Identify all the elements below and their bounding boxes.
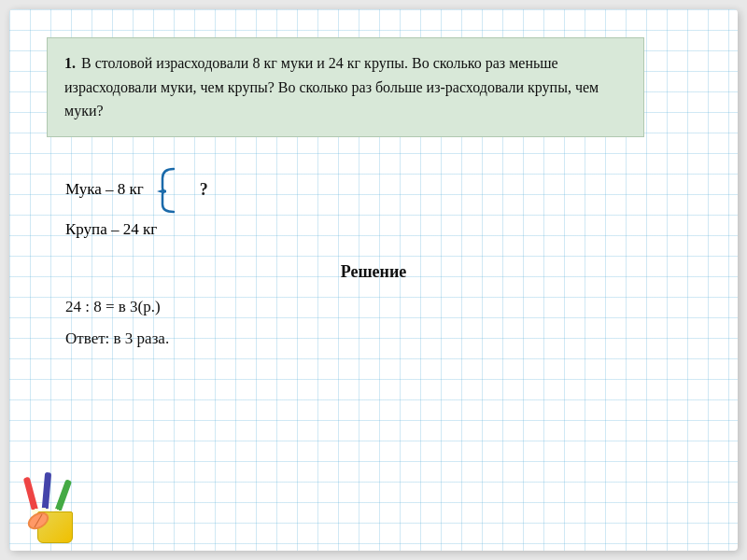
- leaf-icon: [25, 508, 51, 534]
- solution-line2: Ответ: в 3 раза.: [65, 323, 700, 355]
- solution-header: Решение: [47, 262, 700, 282]
- notebook-page: 1.В столовой израсходовали 8 кг муки и 2…: [9, 9, 738, 551]
- svg-marker-0: [157, 189, 162, 193]
- bracket-symbol: [155, 165, 189, 214]
- decorations: [21, 459, 95, 543]
- given-section: Мука – 8 кг ? Крупа – 24 кг: [65, 165, 700, 245]
- solution-body: 24 : 8 = в 3(р.) Ответ: в 3 раза.: [65, 291, 700, 355]
- given-line2: Крупа – 24 кг: [65, 214, 700, 245]
- problem-text: В столовой израсходовали 8 кг муки и 24 …: [64, 55, 599, 119]
- problem-number: 1.: [64, 55, 76, 71]
- solution-line1: 24 : 8 = в 3(р.): [65, 291, 700, 323]
- muka-label: Мука – 8 кг: [65, 174, 144, 205]
- question-mark: ?: [200, 173, 208, 206]
- problem-box: 1.В столовой израсходовали 8 кг муки и 2…: [47, 37, 644, 137]
- given-line1: Мука – 8 кг ?: [65, 165, 700, 214]
- krupa-label: Крупа – 24 кг: [65, 214, 157, 245]
